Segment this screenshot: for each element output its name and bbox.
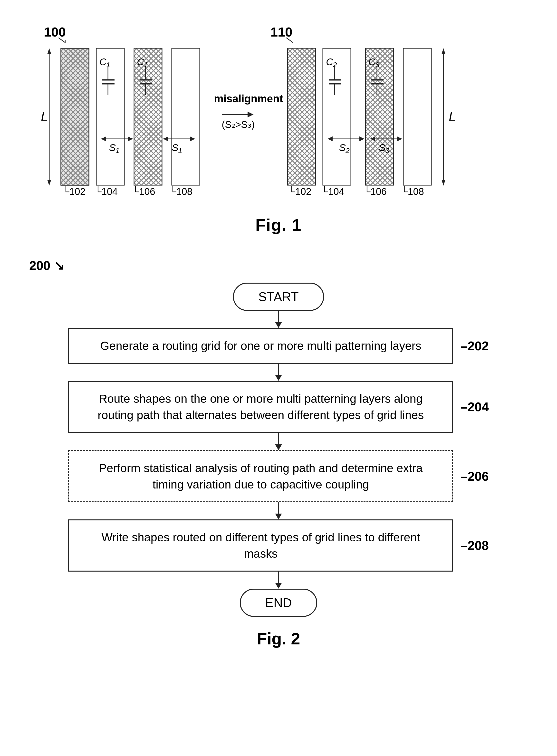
svg-text:└102: └102 <box>62 186 86 197</box>
svg-marker-29 <box>128 137 133 141</box>
svg-text:2: 2 <box>345 146 350 154</box>
svg-text:C: C <box>99 57 107 67</box>
svg-text:(S₂>S₃): (S₂>S₃) <box>222 119 255 130</box>
svg-marker-33 <box>163 137 168 141</box>
svg-text:└108: └108 <box>401 186 424 197</box>
flow-arrow-1 <box>275 311 282 328</box>
svg-rect-12 <box>96 48 124 185</box>
start-box: START <box>233 283 324 311</box>
svg-text:100: 100 <box>44 25 66 39</box>
step-206-ref: –206 <box>461 469 489 484</box>
svg-rect-48 <box>323 48 351 185</box>
svg-text:L: L <box>449 109 456 123</box>
step-208-box: Write shapes routed on different types o… <box>68 519 453 572</box>
svg-text:└106: └106 <box>363 186 387 197</box>
flow-arrow-5 <box>275 572 282 588</box>
svg-text:S: S <box>339 142 346 153</box>
svg-text:C: C <box>369 57 376 67</box>
fig1-section: 100 L <box>29 20 528 244</box>
svg-text:1: 1 <box>106 61 110 69</box>
fig2-ref-num: 200 ↘ <box>29 258 528 273</box>
svg-text:3: 3 <box>375 61 379 69</box>
svg-marker-4 <box>47 48 51 54</box>
fig1-diagram: 100 L <box>29 20 528 210</box>
step-202-box: Generate a routing grid for one or more … <box>68 328 453 364</box>
svg-marker-74 <box>397 137 402 141</box>
flow-arrow-4 <box>275 503 282 519</box>
flowchart: START Generate a routing grid for one or… <box>29 283 528 617</box>
svg-text:S: S <box>172 142 178 153</box>
svg-text:L: L <box>41 109 48 123</box>
step-204-row: Route shapes on the one or more multi pa… <box>29 381 528 433</box>
svg-text:└106: └106 <box>132 186 155 197</box>
svg-rect-14 <box>172 48 200 185</box>
svg-text:└104: └104 <box>321 186 344 197</box>
step-208-row: Write shapes routed on different types o… <box>29 519 528 572</box>
svg-text:└102: └102 <box>288 186 312 197</box>
step-206-box: Perform statistical analysis of routing … <box>68 450 453 503</box>
svg-rect-13 <box>134 48 162 185</box>
end-box: END <box>240 588 317 617</box>
flow-arrow-3 <box>275 433 282 450</box>
svg-text:2: 2 <box>332 61 337 69</box>
fig2-label: Fig. 2 <box>29 629 528 648</box>
svg-marker-52 <box>441 48 445 54</box>
page: 100 L <box>0 0 557 756</box>
step-202-ref: –202 <box>461 339 489 353</box>
svg-rect-50 <box>403 48 431 185</box>
svg-marker-53 <box>441 180 445 186</box>
svg-text:└104: └104 <box>94 186 118 197</box>
step-204-box: Route shapes on the one or more multi pa… <box>68 381 453 433</box>
fig2-section: 200 ↘ START Generate a routing grid for … <box>29 258 528 648</box>
svg-text:3: 3 <box>385 146 389 154</box>
svg-text:C: C <box>137 57 144 67</box>
svg-text:1: 1 <box>178 146 182 154</box>
fig1-label: Fig. 1 <box>29 215 528 234</box>
flow-arrow-2 <box>275 364 282 381</box>
step-208-ref: –208 <box>461 538 489 553</box>
svg-marker-42 <box>247 112 254 117</box>
svg-text:1: 1 <box>116 146 120 154</box>
svg-marker-5 <box>47 180 51 186</box>
svg-text:misalignment: misalignment <box>214 93 283 104</box>
svg-text:└108: └108 <box>169 186 193 197</box>
svg-rect-11 <box>61 48 89 185</box>
svg-rect-49 <box>365 48 393 185</box>
svg-rect-47 <box>288 48 316 185</box>
svg-text:S: S <box>379 142 385 153</box>
svg-marker-69 <box>359 137 364 141</box>
svg-text:C: C <box>326 57 333 67</box>
svg-text:S: S <box>109 142 116 153</box>
step-206-row: Perform statistical analysis of routing … <box>29 450 528 503</box>
svg-text:1: 1 <box>144 61 148 69</box>
step-204-ref: –204 <box>461 399 489 414</box>
step-202-row: Generate a routing grid for one or more … <box>29 328 528 364</box>
svg-text:110: 110 <box>270 25 292 39</box>
